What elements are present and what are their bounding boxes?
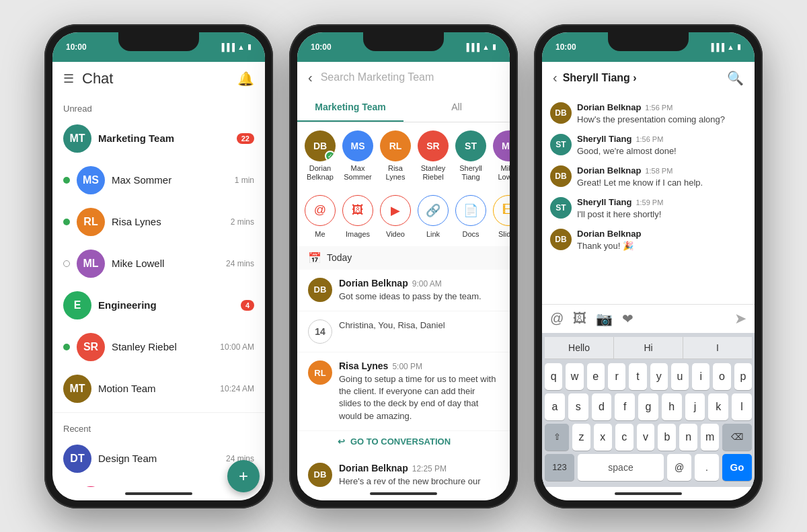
key-q[interactable]: q [545, 363, 562, 390]
message-sender: Dorian Belknap [577, 165, 641, 176]
message-item[interactable]: DB Dorian Belknap 12:25 PM Here's a rev … [297, 455, 510, 487]
images-icon: 🖼 [342, 195, 373, 226]
key-n[interactable]: n [679, 424, 697, 451]
suggestion-i[interactable]: I [683, 337, 752, 358]
action-slides[interactable]: 🎞 Slides [491, 195, 510, 238]
avatar: E [63, 291, 91, 319]
list-item[interactable]: SR Stanley Riebel 10:00 AM [52, 326, 265, 368]
tab-all[interactable]: All [404, 93, 510, 122]
key-u[interactable]: u [671, 363, 689, 390]
docs-icon: 📄 [455, 195, 486, 226]
message-text: Thank you! 🎉 [577, 240, 746, 252]
battery-icon: ▮ [737, 42, 741, 51]
contact-item[interactable]: MS MaxSommer [340, 130, 375, 182]
send-button[interactable]: ➤ [734, 310, 746, 328]
list-item[interactable]: MT Motion Team 10:24 AM [52, 368, 265, 410]
message-content: Dorian Belknap 12:25 PM Here's a rev of … [339, 463, 499, 487]
key-m[interactable]: m [701, 424, 719, 451]
conversation-messages: DB Dorian Belknap 1:56 PM How's the pres… [542, 94, 755, 304]
avatar: ST [550, 134, 572, 155]
contact-item[interactable]: ML MikeLowell [491, 130, 510, 182]
key-o[interactable]: o [713, 363, 730, 390]
phone-3: 10:00 ▐▐▐ ▲ ▮ ‹ Sheryll Tiang › 🔍 DB Dor… [534, 24, 763, 508]
contact-item[interactable]: SR StanleyRiebel [416, 130, 451, 182]
key-i[interactable]: i [692, 363, 709, 390]
go-key[interactable]: Go [722, 454, 752, 481]
key-p[interactable]: p [734, 363, 752, 390]
key-y[interactable]: y [650, 363, 668, 390]
action-label: Me [315, 230, 325, 238]
key-r[interactable]: r [608, 363, 625, 390]
phone-1: 10:00 ▐▐▐ ▲ ▮ ☰ Chat 🔔 Unread MT Marketi… [44, 24, 273, 508]
shift-key[interactable]: ⇧ [545, 424, 569, 451]
chat-info: Marketing Team [98, 132, 230, 144]
key-h[interactable]: h [662, 393, 682, 420]
list-item[interactable]: ML Mike Lowell 24 mins [52, 243, 265, 284]
message-item[interactable]: 14 Christina, You, Risa, Daniel [297, 311, 510, 352]
notifications-icon[interactable]: 🔔 [237, 71, 254, 87]
period-key[interactable]: . [695, 454, 719, 481]
back-button[interactable]: ‹ [308, 70, 313, 85]
key-v[interactable]: v [637, 424, 655, 451]
go-to-conversation-button[interactable]: ↩ GO TO CONVERSATION [297, 431, 510, 455]
action-video[interactable]: ▶ Video [378, 195, 413, 238]
key-l[interactable]: l [732, 393, 752, 420]
tab-marketing-team[interactable]: Marketing Team [297, 93, 404, 122]
key-b[interactable]: b [658, 424, 676, 451]
key-c[interactable]: c [615, 424, 633, 451]
compose-fab[interactable]: + [227, 460, 260, 492]
keyboard-row-4: 123 space @ . Go [545, 454, 752, 481]
signal-icon: ▐▐▐ [219, 43, 235, 51]
contact-item[interactable]: ST SheryllTiang [453, 130, 488, 182]
message-content: Dorian Belknap 9:00 AM Got some ideas to… [339, 278, 499, 303]
key-a[interactable]: a [545, 393, 565, 420]
action-link[interactable]: 🔗 Link [416, 195, 451, 238]
key-s[interactable]: s [568, 393, 588, 420]
key-e[interactable]: e [587, 363, 605, 390]
contact-item[interactable]: DB ✓ DorianBelknap [303, 130, 338, 182]
space-key[interactable]: space [578, 454, 664, 481]
key-z[interactable]: z [572, 424, 590, 451]
suggestion-hi[interactable]: Hi [614, 337, 683, 358]
message-item[interactable]: RL Risa Lynes 5:00 PM Going to setup a t… [297, 352, 510, 431]
at-key[interactable]: @ [667, 454, 691, 481]
calendar-icon: 📅 [308, 252, 321, 264]
key-g[interactable]: g [638, 393, 658, 420]
check-badge: ✓ [325, 151, 336, 161]
key-t[interactable]: t [629, 363, 646, 390]
key-j[interactable]: j [685, 393, 705, 420]
key-w[interactable]: w [566, 363, 583, 390]
menu-icon[interactable]: ☰ [63, 71, 74, 86]
keyboard-row-3: ⇧ z x c v b n m ⌫ [545, 424, 752, 451]
search-icon[interactable]: 🔍 [727, 70, 744, 86]
keyboard: Hello Hi I q w e r t y u i o p a s d f [542, 333, 755, 487]
signal-icon: ▐▐▐ [464, 43, 479, 51]
suggestion-hello[interactable]: Hello [545, 337, 614, 358]
image-icon[interactable]: 🖼 [573, 311, 586, 327]
unread-section-label: Unread [52, 96, 265, 118]
list-item[interactable]: RL Risa Lynes 2 mins [52, 201, 265, 243]
action-label: Video [386, 230, 405, 238]
action-label: Link [426, 230, 440, 238]
message-item[interactable]: DB Dorian Belknap 9:00 AM Got some ideas… [297, 270, 510, 311]
search-input-placeholder[interactable]: Search Marketing Team [321, 71, 499, 83]
delete-key[interactable]: ⌫ [722, 424, 752, 451]
conv-message: DB Dorian Belknap 1:56 PM How's the pres… [550, 102, 746, 126]
list-item[interactable]: E Engineering 4 [52, 284, 265, 326]
reaction-icon[interactable]: ❤ [622, 311, 633, 327]
unread-badge: 4 [241, 300, 254, 311]
camera-icon[interactable]: 📷 [596, 311, 613, 327]
key-d[interactable]: d [592, 393, 612, 420]
list-item[interactable]: MT Marketing Team 22 [52, 118, 265, 159]
action-me[interactable]: @ Me [303, 195, 338, 238]
key-f[interactable]: f [615, 393, 635, 420]
contact-item[interactable]: RL RisaLynes [378, 130, 413, 182]
list-item[interactable]: MS Max Sommer 1 min [52, 159, 265, 201]
mention-icon[interactable]: @ [550, 311, 564, 327]
key-k[interactable]: k [708, 393, 728, 420]
back-button[interactable]: ‹ [553, 70, 558, 85]
key-x[interactable]: x [594, 424, 612, 451]
numbers-key[interactable]: 123 [545, 454, 574, 481]
action-images[interactable]: 🖼 Images [340, 195, 375, 238]
action-docs[interactable]: 📄 Docs [453, 195, 488, 238]
